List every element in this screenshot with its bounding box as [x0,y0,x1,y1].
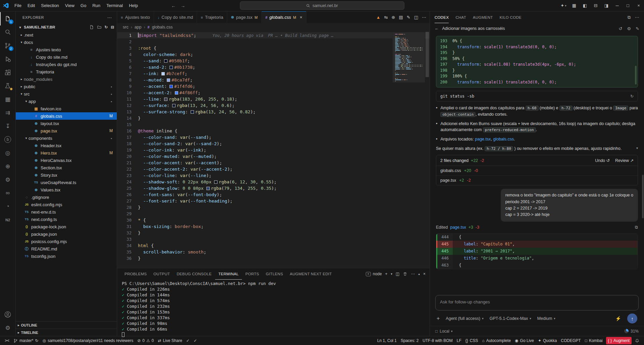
explorer-icon[interactable]: 1 [0,12,16,25]
tree-file-gitignore[interactable]: ◌.gitignore [16,193,117,201]
new-folder-icon[interactable] [97,25,102,30]
editor-more-icon[interactable]: ⋯ [422,15,426,20]
new-file-icon[interactable] [89,25,94,30]
new-chat-icon[interactable]: ✎ [636,26,639,31]
extensions-icon[interactable] [0,66,16,79]
environment-select[interactable]: Local▾ [440,329,452,334]
tree-file-eslint-config-mjs[interactable]: JSeslint.config.mjs [16,201,117,208]
infinity-extension-icon[interactable]: ∞ [0,186,16,200]
copilot-icon[interactable]: ✦▾ [558,0,569,11]
split-editor-icon[interactable]: ◫ [414,15,418,20]
undo-button[interactable]: Undo ↺ [595,158,610,163]
timeline-section[interactable]: ▸ TIMELINE [16,329,117,336]
status-live-share[interactable]: ⇄Live Share [156,337,184,344]
tree-file-favicon-ico[interactable]: ▦favicon.ico [16,105,117,112]
panel-tab-ports[interactable]: PORTS [242,268,262,280]
tab-globals-css[interactable]: #globals.cssM× [262,11,306,23]
panel-more-icon[interactable]: ⋯ [411,272,415,276]
status-kombai[interactable]: □Kombai [583,337,605,344]
status-augment[interactable]: { }Augment [606,337,632,344]
codex-conversation[interactable]: 1930% {194 transform: scale(1) translate… [430,34,644,292]
tree-file-header-tsx[interactable]: ⊛Header.tsx [16,142,117,149]
diff-scrollbar[interactable] [635,66,637,84]
command-center-search[interactable]: samuel.net.br [240,1,404,10]
agent-mode-select[interactable]: Agent (full access)▾ [446,316,483,321]
testing-icon[interactable] [0,79,16,93]
kill-terminal-icon[interactable] [403,272,407,276]
tree-file-package-lock-json[interactable]: {}package-lock.json [16,223,117,230]
tree-file-tsconfig-json[interactable]: TStsconfig.json [16,252,117,260]
git-status-command[interactable]: git status -sb ↻ [436,91,638,102]
tree-folder-node-modules[interactable]: ▸node_modules [16,75,117,83]
status-remote[interactable]: >< [3,337,11,344]
tree-file-ajustes-texto[interactable]: ≡Ajustes texto [16,46,117,53]
globe-extension-icon[interactable]: ⊕ [0,160,16,173]
grid-extension-icon[interactable]: ▦ [0,93,16,106]
menu-run[interactable]: Run [89,2,103,9]
status-quokka[interactable]: ✦Quokka [536,337,559,344]
status-indentation[interactable]: Spaces: 2 [399,337,420,344]
tab-page-tsx[interactable]: ⊛page.tsxM [227,11,262,23]
downloads-extension-icon[interactable]: ↧ [0,119,16,133]
tree-file-story-tsx[interactable]: ⊛Story.tsx [16,171,117,179]
new-terminal-icon[interactable]: + [385,272,388,276]
send-button[interactable]: ↑ [627,313,637,324]
customize-layout-icon[interactable]: ▦ [569,0,580,11]
explorer-more-icon[interactable]: ⋯ [107,15,112,20]
tree-file-next-env-d-ts[interactable]: TSnext-env.d.ts [16,208,117,216]
breadcrumb-src[interactable]: src [123,25,129,30]
status-go-live[interactable]: ◉Go Live [513,337,536,344]
menu-terminal[interactable]: Terminal [103,2,126,9]
compass-extension-icon[interactable]: ◔ [0,200,16,213]
status-codegpt[interactable]: CODEGPT [559,337,583,344]
notebook-icon[interactable]: ▤ [399,15,403,20]
workspace-root[interactable]: ▾ SAMUEL.NET.BR ↻ ⊟ [16,23,117,31]
n2-extension-icon[interactable]: N2 [0,213,16,227]
toggle-panel-icon[interactable]: ⊟ [590,0,601,11]
tree-file-values-tsx[interactable]: ⊛Values.tsx [16,186,117,193]
terminal-output[interactable]: PS C:\Users\Samuel\Desktop\ConscIA\samue… [117,280,430,338]
menu-selection[interactable]: Selection [38,2,62,9]
expand-diff-icon[interactable]: ⧉ [635,225,638,230]
close-tab-icon[interactable]: × [300,15,302,20]
maximize-button[interactable]: □ [623,0,633,11]
search-icon[interactable] [0,25,16,39]
refresh-explorer-icon[interactable]: ↻ [105,25,108,30]
tree-file-layout-tsx[interactable]: ⊛layout.tsx [16,120,117,127]
attach-icon[interactable]: + [437,315,440,322]
file-link-page-tsx[interactable]: page.tsx [475,137,491,141]
menu-file[interactable]: File [11,2,24,9]
tree-folder-components[interactable]: ▾components● [16,134,117,142]
history-icon[interactable]: ↺ [619,26,623,31]
tree-file-copy-do-site-md[interactable]: ↓Copy do site.md [16,53,117,61]
chevron-down-icon[interactable]: ▾ [636,146,638,151]
status-notifications[interactable] [633,337,641,344]
back-icon[interactable]: ← [435,26,439,31]
target-extension-icon[interactable]: ◎ [0,146,16,160]
panel-tab-gitlens[interactable]: GITLENS [262,268,286,280]
status-encoding[interactable]: UTF-8 with BOM [420,337,454,344]
tree-folder-public[interactable]: ▸public● [16,83,117,90]
menu-go[interactable]: Go [78,2,89,9]
accounts-icon[interactable] [0,308,16,321]
toggle-secondary-sidebar-icon[interactable]: ◨ [601,0,612,11]
run-debug-icon[interactable] [0,52,16,66]
menu-help[interactable]: Help [126,2,141,9]
tree-file-page-tsx[interactable]: ⊛page.tsxM [16,127,117,134]
flame-icon[interactable]: ▲ [376,15,381,20]
tree-file-usegsapreveal-ts[interactable]: TSuseGsapReveal.ts [16,179,117,186]
settings-icon[interactable]: ⚙ [0,321,16,335]
effort-select[interactable]: Medium▾ [537,316,555,321]
gear-extension-icon[interactable]: ⚙ [0,173,16,186]
edited-file-link[interactable]: page.tsx [450,225,466,230]
status-task-check[interactable]: ✓ [192,337,199,344]
globe-icon[interactable]: ⊕ [392,15,395,20]
tree-folder-src[interactable]: ▾src● [16,90,117,98]
followup-input[interactable]: Ask for follow-up changes [435,295,639,310]
source-control-icon[interactable]: 2 [0,39,16,52]
rerun-command-icon[interactable]: ↻ [630,94,634,99]
pencil-icon[interactable]: ✎ [407,15,410,20]
nav-back-icon[interactable]: ← [171,3,176,8]
panel-tab-debug-console[interactable]: DEBUG CONSOLE [173,268,215,280]
changed-file-row[interactable]: page.tsx+2-2 [436,176,638,185]
